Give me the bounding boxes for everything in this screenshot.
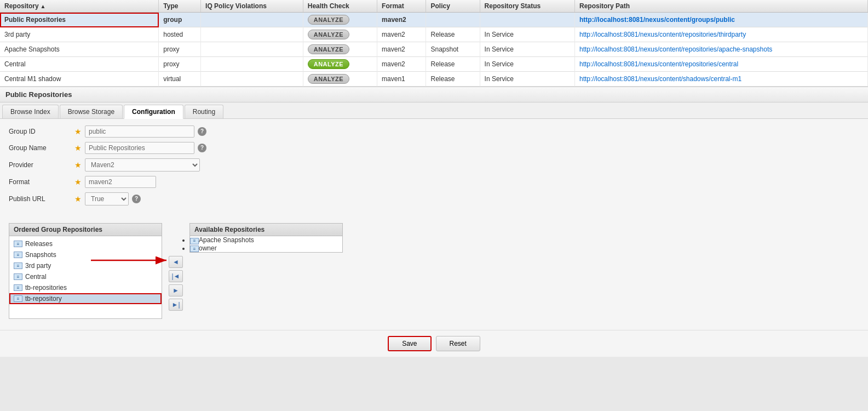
format-label: Format — [9, 178, 74, 186]
provider-required: ★ — [74, 161, 82, 169]
tab-browse-index[interactable]: Browse Index — [2, 105, 59, 118]
repo-icon: ≡ — [190, 246, 199, 252]
repo-item-label: Releases — [25, 240, 53, 248]
format-input — [85, 176, 156, 188]
group-repos-section: Ordered Group Repositories ≡Releases≡Sna… — [0, 216, 868, 330]
move-right-button[interactable]: ► — [169, 284, 183, 296]
save-button[interactable]: Save — [388, 336, 431, 351]
publish-url-label: Publish URL — [9, 195, 74, 203]
cell-format: maven2 — [377, 27, 426, 42]
cell-policy: Release — [426, 72, 480, 87]
col-type[interactable]: Type — [159, 0, 201, 13]
cell-path[interactable]: http://localhost:8081/nexus/content/repo… — [575, 42, 868, 57]
col-repository[interactable]: Repository — [0, 0, 159, 13]
col-policy[interactable]: Policy — [426, 0, 480, 13]
repo-item-label: Apache Snapshots — [199, 236, 254, 244]
repo-icon: ≡ — [14, 284, 22, 291]
cell-path[interactable]: http://localhost:8081/nexus/content/repo… — [575, 27, 868, 42]
cell-path[interactable]: http://localhost:8081/nexus/content/grou… — [575, 13, 868, 27]
ordered-repo-item[interactable]: ≡tb-repository — [9, 293, 162, 304]
group-id-input[interactable] — [85, 125, 194, 138]
ordered-repos-title: Ordered Group Repositories — [9, 224, 162, 236]
format-required: ★ — [74, 178, 82, 186]
repo-item-label: tb-repositories — [25, 284, 67, 292]
ordered-repo-item[interactable]: ≡3rd party — [9, 260, 162, 271]
cell-health-check[interactable]: ANALYZE — [303, 57, 377, 72]
available-repo-item[interactable]: ≡owner — [190, 244, 342, 253]
repo-icon: ≡ — [14, 252, 22, 258]
cell-repository: Central M1 shadow — [0, 72, 159, 87]
repository-table: Repository Type IQ Policy Violations Hea… — [0, 0, 868, 87]
cell-type: hosted — [159, 27, 201, 42]
repo-icon: ≡ — [190, 238, 199, 244]
cell-health-check[interactable]: ANALYZE — [303, 42, 377, 57]
reset-button[interactable]: Reset — [436, 336, 480, 351]
group-name-help-icon[interactable]: ? — [198, 144, 206, 152]
move-last-button[interactable]: ►| — [169, 299, 183, 311]
move-left-button[interactable]: ◄ — [169, 256, 183, 268]
cell-status: In Service — [480, 27, 574, 42]
tab-routing[interactable]: Routing — [185, 105, 223, 118]
cell-policy: Release — [426, 27, 480, 42]
col-format[interactable]: Format — [377, 0, 426, 13]
cell-repository: Apache Snapshots — [0, 42, 159, 57]
tab-browse-storage[interactable]: Browse Storage — [60, 105, 123, 118]
table-row[interactable]: Central M1 shadowvirtualANALYZEmaven1Rel… — [0, 72, 868, 87]
available-repos-title: Available Repositories — [190, 224, 342, 236]
group-id-label: Group ID — [9, 128, 74, 135]
table-row[interactable]: CentralproxyANALYZEmaven2ReleaseIn Servi… — [0, 57, 868, 72]
repo-item-label: Snapshots — [25, 251, 56, 259]
publish-url-help-icon[interactable]: ? — [132, 195, 141, 203]
table-row[interactable]: Apache SnapshotsproxyANALYZEmaven2Snapsh… — [0, 42, 868, 57]
group-id-help-icon[interactable]: ? — [198, 127, 206, 136]
ordered-repos-box: Ordered Group Repositories ≡Releases≡Sna… — [9, 223, 162, 319]
cell-type: proxy — [159, 57, 201, 72]
repo-item-label: 3rd party — [25, 262, 51, 270]
cell-iq-policy — [201, 13, 303, 27]
available-repo-item[interactable]: ≡Apache Snapshots — [190, 236, 342, 244]
col-health-check[interactable]: Health Check — [303, 0, 377, 13]
cell-format: maven2 — [377, 42, 426, 57]
table-row[interactable]: Public RepositoriesgroupANALYZEmaven2htt… — [0, 13, 868, 27]
provider-label: Provider — [9, 161, 74, 169]
col-iq-policy[interactable]: IQ Policy Violations — [201, 0, 303, 13]
move-first-button[interactable]: |◄ — [169, 270, 183, 282]
group-name-input[interactable] — [85, 142, 194, 154]
tabs-bar: Browse IndexBrowse StorageConfigurationR… — [0, 102, 868, 119]
bottom-buttons: Save Reset — [0, 330, 868, 357]
cell-format: maven2 — [377, 13, 426, 27]
cell-iq-policy — [201, 27, 303, 42]
cell-status — [480, 13, 574, 27]
cell-health-check[interactable]: ANALYZE — [303, 27, 377, 42]
cell-repository: 3rd party — [0, 27, 159, 42]
cell-path[interactable]: http://localhost:8081/nexus/content/repo… — [575, 57, 868, 72]
cell-status: In Service — [480, 57, 574, 72]
table-row[interactable]: 3rd partyhostedANALYZEmaven2ReleaseIn Se… — [0, 27, 868, 42]
ordered-repo-item[interactable]: ≡Releases — [9, 238, 162, 249]
available-repos-list: ≡Apache Snapshots≡owner — [190, 236, 342, 252]
form-section: Group ID ★ ? Group Name ★ ? Provider ★ M… — [0, 119, 868, 216]
publish-url-row: Publish URL ★ True False ? — [9, 192, 859, 206]
ordered-repo-item[interactable]: ≡tb-repositories — [9, 282, 162, 293]
publish-url-select[interactable]: True False — [85, 192, 129, 206]
cell-type: group — [159, 13, 201, 27]
cell-type: proxy — [159, 42, 201, 57]
col-status[interactable]: Repository Status — [480, 0, 574, 13]
group-name-required: ★ — [74, 144, 82, 152]
ordered-repo-item[interactable]: ≡Central — [9, 271, 162, 282]
cell-health-check[interactable]: ANALYZE — [303, 72, 377, 87]
repository-table-section: Repository Type IQ Policy Violations Hea… — [0, 0, 868, 87]
cell-policy — [426, 13, 480, 27]
col-path[interactable]: Repository Path — [575, 0, 868, 13]
cell-path[interactable]: http://localhost:8081/nexus/content/shad… — [575, 72, 868, 87]
cell-health-check[interactable]: ANALYZE — [303, 13, 377, 27]
repo-icon: ≡ — [14, 273, 22, 280]
cell-status: In Service — [480, 72, 574, 87]
tab-configuration[interactable]: Configuration — [124, 105, 183, 119]
provider-select[interactable]: Maven2 — [85, 158, 200, 172]
group-id-required: ★ — [74, 127, 82, 136]
cell-status: In Service — [480, 42, 574, 57]
table-header-row: Repository Type IQ Policy Violations Hea… — [0, 0, 868, 13]
ordered-repo-item[interactable]: ≡Snapshots — [9, 249, 162, 260]
cell-iq-policy — [201, 42, 303, 57]
